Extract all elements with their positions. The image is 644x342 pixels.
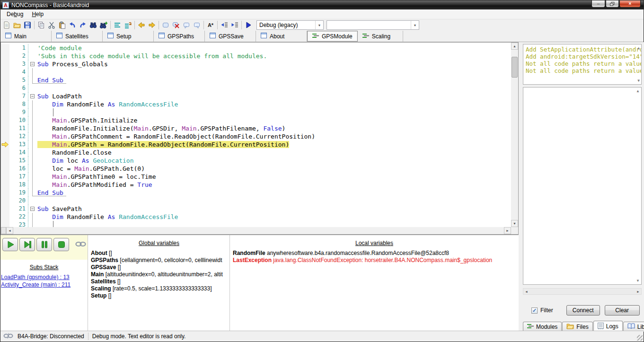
tab-modules[interactable]: Modules (523, 322, 562, 332)
find-in-files-button[interactable] (98, 20, 109, 30)
fold-collapse-icon[interactable]: − (30, 94, 35, 98)
logs-horizontal-scrollbar[interactable]: ◄ ► (523, 288, 642, 295)
code-line[interactable]: 7−Sub LoadPath (1, 92, 511, 100)
breakpoint-margin[interactable] (1, 92, 9, 100)
scroll-right-icon[interactable]: ► (636, 290, 640, 293)
step-over-button[interactable] (19, 238, 35, 251)
code-line[interactable]: 19End Sub (1, 189, 511, 197)
scroll-up-icon[interactable]: ▲ (636, 89, 640, 93)
splitter-handle[interactable] (1, 227, 6, 234)
find-button[interactable] (88, 20, 98, 30)
breakpoint-margin[interactable] (1, 173, 9, 181)
undo-button[interactable] (67, 20, 78, 30)
code-line[interactable]: 14 RandomFile.Close (1, 149, 511, 157)
code-line[interactable]: 16 loc = Main.GPSPath.Get(0) (1, 165, 511, 173)
paste-button[interactable] (57, 20, 67, 30)
clear-breakpoints-button[interactable] (171, 20, 181, 30)
scroll-up-icon[interactable]: ▲ (637, 46, 640, 50)
tab-gpssave[interactable]: GPSSave (205, 31, 256, 42)
scroll-down-icon[interactable]: ▼ (636, 279, 640, 283)
navigate-back-button[interactable] (136, 20, 147, 30)
code-area[interactable]: 1'Code module2'Subs in this code module … (1, 43, 511, 227)
process-select[interactable]: ▼ (326, 20, 419, 30)
run-button[interactable] (243, 20, 254, 30)
code-line[interactable]: 9 (1, 108, 511, 116)
tab-main[interactable]: Main (0, 31, 52, 42)
tab-scaling[interactable]: Scaling (358, 31, 403, 42)
breakpoint-margin[interactable] (1, 116, 9, 124)
breakpoint-margin[interactable] (1, 60, 9, 68)
code-line[interactable]: 5End Sub (1, 76, 511, 84)
indent-button[interactable] (229, 20, 240, 30)
tab-files[interactable]: Files (562, 322, 592, 332)
fold-collapse-icon[interactable]: − (30, 207, 35, 211)
tab-gpsmodule[interactable]: GPSModule (307, 31, 358, 42)
current-line-arrow-icon[interactable] (1, 140, 9, 149)
code-line[interactable]: 6 (1, 84, 511, 92)
close-button[interactable]: × (619, 0, 641, 8)
code-line[interactable]: 11 RandomFile.Initialize(Main.GPSDir, Ma… (1, 124, 511, 132)
menu-debug[interactable]: Debug (2, 10, 27, 18)
code-line[interactable]: 21−Sub SavePath (1, 205, 511, 213)
breakpoint-margin[interactable] (1, 149, 9, 157)
breakpoint-margin[interactable] (1, 165, 9, 173)
resume-button[interactable] (2, 238, 18, 251)
log-output-box[interactable]: ▲ ▼ (523, 87, 642, 285)
breakpoint-margin[interactable] (1, 76, 9, 84)
scroll-down-icon[interactable]: ▼ (637, 79, 640, 83)
save-button[interactable] (22, 20, 33, 30)
connect-button[interactable]: Connect (566, 305, 600, 316)
scroll-right-icon[interactable]: ► (504, 227, 511, 234)
code-line[interactable]: 4 (1, 68, 511, 76)
subs-stack-link[interactable]: LoadPath (gpsmodule) : 13 (1, 274, 71, 281)
code-line[interactable]: 2'Subs in this code module will be acces… (1, 52, 511, 60)
breakpoint-margin[interactable] (1, 44, 9, 52)
code-line[interactable]: 23 (1, 221, 511, 227)
cut-button[interactable] (46, 20, 57, 30)
outdent-button[interactable] (219, 20, 229, 30)
code-line[interactable]: 20 (1, 197, 511, 205)
filter-checkbox[interactable]: ✓ (531, 307, 538, 314)
code-line[interactable]: 15 Dim loc As GeoLocation (1, 157, 511, 165)
code-editor[interactable]: 1'Code module2'Subs in this code module … (0, 42, 519, 235)
subs-stack-link[interactable]: Activity_Create (main) : 211 (1, 281, 71, 289)
restore-button[interactable] (606, 0, 619, 8)
code-line[interactable]: 12 Main.GPSPathComment = RandomFile.Read… (1, 132, 511, 140)
tab-gpspaths[interactable]: GPSPaths (154, 31, 205, 42)
scroll-left-icon[interactable]: ◄ (525, 290, 528, 293)
tab-about[interactable]: About (256, 31, 307, 42)
breakpoint-margin[interactable] (1, 213, 9, 221)
minimize-button[interactable]: – (591, 0, 605, 8)
editor-horizontal-scrollbar[interactable]: ◄ ► (1, 227, 511, 234)
scroll-down-icon[interactable]: ▼ (511, 220, 518, 227)
code-line[interactable]: 1'Code module (1, 44, 511, 52)
breakpoint-margin[interactable] (1, 108, 9, 116)
code-line[interactable]: 13 Main.GPSPath = RandomFile.ReadObject(… (1, 140, 511, 149)
code-line[interactable]: 18 Main.GPSPathModified = True (1, 181, 511, 189)
autocomplete-button[interactable]: A* (205, 20, 216, 30)
open-file-button[interactable] (12, 20, 22, 30)
code-line[interactable]: 22 Dim RandomFile As RandomAccessFile (1, 213, 511, 221)
code-line[interactable]: 8 Dim RandomFile As RandomAccessFile (1, 100, 511, 108)
renumber-button[interactable] (123, 20, 133, 30)
breakpoint-margin[interactable] (1, 205, 9, 213)
redo-button[interactable] (78, 20, 88, 30)
breakpoint-margin[interactable] (1, 68, 9, 76)
breakpoint-margin[interactable] (1, 197, 9, 205)
format-code-button[interactable] (112, 20, 123, 30)
scrollbar-thumb[interactable] (512, 57, 518, 78)
breakpoint-margin[interactable] (1, 84, 9, 92)
breakpoint-margin[interactable] (1, 157, 9, 165)
pause-button[interactable] (36, 238, 52, 251)
resize-grip[interactable] (637, 335, 643, 341)
tab-setup[interactable]: Setup (103, 31, 154, 42)
clear-button[interactable]: Clear (605, 305, 640, 316)
copy-button[interactable] (36, 20, 46, 30)
breakpoint-margin[interactable] (1, 52, 9, 60)
editor-vertical-scrollbar[interactable]: ▲ ▼ (511, 43, 518, 227)
code-line[interactable]: 10 Main.GPSPath.Initialize (1, 116, 511, 124)
tab-logs[interactable]: Logs (593, 321, 623, 332)
breakpoint-margin[interactable] (1, 221, 9, 227)
scroll-up-icon[interactable]: ▲ (511, 43, 518, 50)
breakpoint-margin[interactable] (1, 100, 9, 108)
